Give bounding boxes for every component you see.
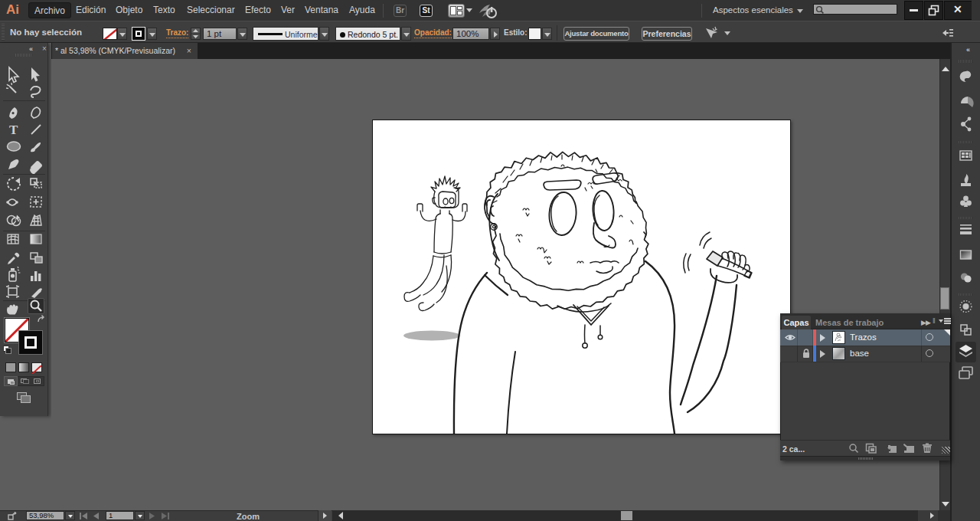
svg-text:T: T — [9, 123, 18, 137]
